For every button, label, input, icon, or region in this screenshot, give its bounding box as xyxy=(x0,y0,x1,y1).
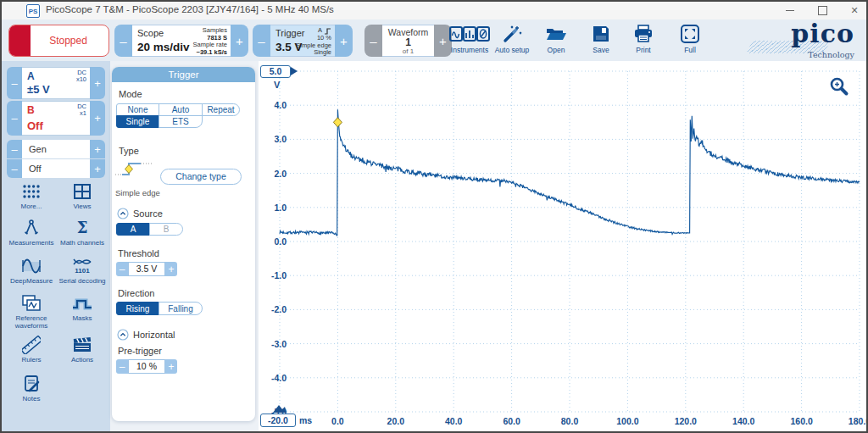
type-caption: Simple edge xyxy=(115,188,160,197)
titlebar: PS PicoScope 7 T&M - PicoScope 2203 [ZJY… xyxy=(2,2,866,19)
threshold-increase-button[interactable]: + xyxy=(165,262,177,276)
y-tick-label: 1.0 xyxy=(274,203,287,213)
serial-decoding-icon: 1101 xyxy=(71,257,93,275)
stop-icon xyxy=(9,25,31,56)
trigger-increase-button[interactable]: + xyxy=(335,25,353,57)
channel-a-button[interactable]: A DC x10 ±5 V xyxy=(22,67,90,99)
sidebar: – A DC x10 ±5 V + – B DC x1 Off + xyxy=(2,61,110,433)
sidebar-item-reference-waveforms[interactable]: Reference waveforms xyxy=(5,294,58,330)
source-b-button[interactable]: B xyxy=(149,223,183,236)
generator-decrease-button[interactable]: – xyxy=(7,140,22,158)
source-section-header[interactable]: Source xyxy=(117,208,163,219)
rulers-icon xyxy=(22,336,41,354)
auto-setup-icon xyxy=(502,24,522,44)
actions-label: Actions xyxy=(71,356,93,364)
reference-waveforms-label: Reference waveforms xyxy=(5,314,58,330)
generator-value[interactable]: Off xyxy=(22,159,90,178)
mode-repeat-button[interactable]: Repeat xyxy=(202,103,240,116)
scope-increase-button[interactable]: + xyxy=(231,25,248,57)
x-axis-range-control[interactable]: -20.0 xyxy=(260,414,296,427)
threshold-decrease-button[interactable]: – xyxy=(116,262,128,276)
pico-logo: pico Technology xyxy=(749,24,858,59)
timebase-value: 20 ms/div xyxy=(137,41,190,53)
trigger-settings-button[interactable]: Trigger 3.5 V A 10 % Simple edge Single xyxy=(270,25,335,57)
generator-value-increase-button[interactable]: + xyxy=(90,159,105,178)
masks-icon xyxy=(71,294,93,313)
channel-b-decrease-button[interactable]: – xyxy=(7,101,22,136)
channel-a-increase-button[interactable]: + xyxy=(90,67,105,99)
mode-auto-button[interactable]: Auto xyxy=(159,103,203,116)
horizontal-section-header[interactable]: Horizontal xyxy=(117,329,175,341)
channel-a-attenuation: x10 xyxy=(76,76,86,83)
trigger-panel: Trigger Mode None Auto Repeat Single ETS… xyxy=(112,67,255,421)
channel-b-button[interactable]: B DC x1 Off xyxy=(22,101,90,136)
direction-toggle: Rising Falling xyxy=(116,302,203,315)
mode-single-button[interactable]: Single xyxy=(116,115,159,128)
save-icon xyxy=(591,24,611,44)
y-axis-offset-handle[interactable] xyxy=(272,404,287,414)
y-tick-label: -3.0 xyxy=(271,339,287,349)
pretrigger-increase-button[interactable]: + xyxy=(165,359,177,374)
math-channels-label: Math channels xyxy=(60,239,104,247)
y-axis-range-control[interactable]: 5.0 xyxy=(260,65,291,78)
scope-group: – Scope 20 ms/div Samples 7813 S Sample … xyxy=(114,25,248,57)
source-toggle: A B xyxy=(116,223,183,236)
sidebar-item-serial-decoding[interactable]: 1101 Serial decoding xyxy=(56,257,108,285)
pretrigger-decrease-button[interactable]: – xyxy=(116,359,128,374)
scope-decrease-button[interactable]: – xyxy=(114,25,132,57)
more-icon xyxy=(21,182,42,201)
pico-logo-subtext: Technology xyxy=(808,50,854,59)
sidebar-item-actions[interactable]: Actions xyxy=(56,336,108,364)
waveform-previous-button[interactable]: – xyxy=(364,25,382,57)
more-label: More... xyxy=(21,203,42,210)
measurements-icon xyxy=(22,219,41,237)
direction-rising-button[interactable]: Rising xyxy=(116,302,159,315)
scope-view[interactable]: 0.020.040.060.080.0100.0120.0140.0160.01… xyxy=(259,61,866,431)
channel-a-decrease-button[interactable]: – xyxy=(7,67,22,99)
channel-b-range: Off xyxy=(27,119,43,132)
waveform-chart: 0.020.040.060.080.0100.0120.0140.0160.01… xyxy=(259,61,866,431)
scope-settings-button[interactable]: Scope 20 ms/div Samples 7813 S Sample ra… xyxy=(132,25,231,57)
generator-increase-button[interactable]: + xyxy=(90,140,105,158)
measurements-label: Measurements xyxy=(9,239,54,247)
math-channels-icon: Σ xyxy=(73,219,92,237)
masks-label: Masks xyxy=(72,314,92,322)
sidebar-item-masks[interactable]: Masks xyxy=(56,294,108,322)
sidebar-item-rulers[interactable]: Rulers xyxy=(5,336,58,364)
generator-value-decrease-button[interactable]: – xyxy=(7,159,22,178)
waveform-count: of 1 xyxy=(382,47,434,55)
trigger-decrease-button[interactable]: – xyxy=(253,25,270,57)
threshold-value[interactable]: 3.5 V xyxy=(128,262,165,276)
sidebar-item-views[interactable]: Views xyxy=(56,182,108,210)
mode-button-row-2: Single ETS xyxy=(116,115,203,128)
y-tick-label: 0.0 xyxy=(274,236,287,247)
minimize-button[interactable] xyxy=(785,6,795,16)
mode-none-button[interactable]: None xyxy=(116,103,159,116)
close-button[interactable]: ✕ xyxy=(849,6,860,16)
sidebar-item-more[interactable]: More... xyxy=(5,182,58,210)
save-label: Save xyxy=(593,46,609,54)
trigger-panel-title[interactable]: Trigger xyxy=(112,67,255,82)
y-tick-label: 4.0 xyxy=(274,100,287,110)
direction-falling-button[interactable]: Falling xyxy=(159,302,203,315)
channel-b-increase-button[interactable]: + xyxy=(90,101,105,136)
maximize-button[interactable] xyxy=(817,6,827,16)
channel-a-panel: – A DC x10 ±5 V + xyxy=(7,67,105,99)
change-type-button[interactable]: Change type xyxy=(160,169,242,185)
sidebar-item-measurements[interactable]: Measurements xyxy=(5,219,58,247)
full-screen-button[interactable]: Full xyxy=(660,24,720,58)
sidebar-item-notes[interactable]: Notes xyxy=(5,375,58,402)
sidebar-item-deepmeasure[interactable]: DeepMeasure xyxy=(5,257,58,285)
trigger-info: A 10 % Simple edge Single xyxy=(296,27,331,57)
mode-ets-button[interactable]: ETS xyxy=(159,115,203,128)
generator-label[interactable]: Gen xyxy=(22,140,90,158)
zoom-tool-icon[interactable] xyxy=(828,75,850,97)
y-tick-label: -1.0 xyxy=(271,270,287,280)
trigger-marker[interactable] xyxy=(333,118,342,127)
run-stop-button[interactable]: Stopped xyxy=(8,25,109,57)
sidebar-item-math-channels[interactable]: Σ Math channels xyxy=(56,219,108,247)
pretrigger-value[interactable]: 10 % xyxy=(128,359,165,374)
maximize-icon xyxy=(818,6,827,15)
source-a-button[interactable]: A xyxy=(116,223,150,236)
simple-edge-icon xyxy=(114,156,153,181)
